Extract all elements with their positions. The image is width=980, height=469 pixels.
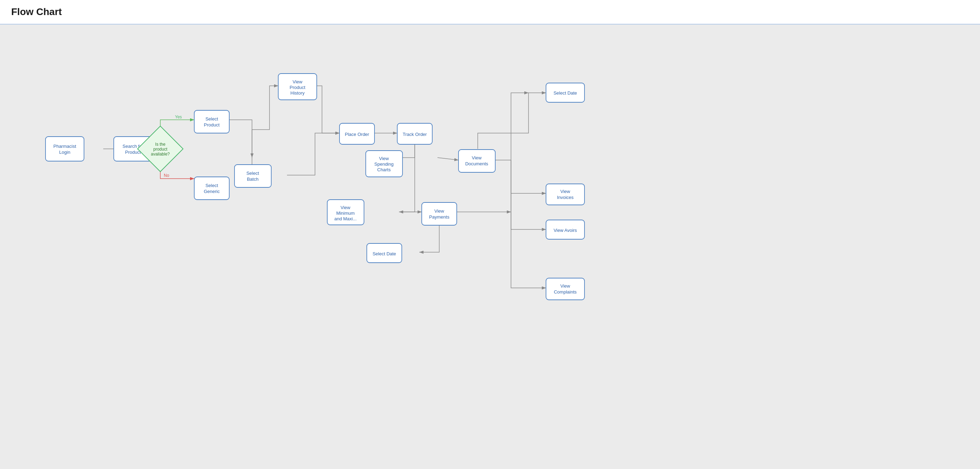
svg-text:View: View [472,155,482,160]
svg-text:Login: Login [59,150,70,155]
svg-text:Select: Select [205,116,218,121]
header: Flow Chart [0,0,980,24]
svg-line-8 [438,158,458,160]
svg-text:Place Order: Place Order [345,132,369,137]
svg-text:available?: available? [151,152,170,156]
svg-text:Minimum: Minimum [336,211,355,216]
svg-text:Spending: Spending [374,161,394,167]
svg-text:Track Order: Track Order [403,132,427,137]
svg-text:View: View [340,205,351,210]
svg-text:Charts: Charts [377,167,391,172]
page-title: Flow Chart [11,6,969,18]
svg-text:View Avoirs: View Avoirs [554,228,577,233]
svg-text:Documents: Documents [465,161,488,166]
flowchart-svg: Yes No [0,24,945,340]
svg-text:Select Date: Select Date [372,251,396,257]
svg-text:View: View [379,156,389,161]
canvas: Yes No [0,24,980,469]
node-select-generic[interactable] [194,177,229,199]
svg-text:Payments: Payments [429,214,449,220]
node-select-batch[interactable] [234,164,271,187]
node-select-product[interactable] [194,110,229,133]
svg-text:Batch: Batch [247,177,258,182]
node-view-invoices[interactable] [546,184,584,205]
node-view-payments[interactable] [422,203,457,225]
svg-text:Select Date: Select Date [554,90,577,96]
svg-text:View: View [560,189,571,194]
svg-text:Complaints: Complaints [554,289,577,295]
node-view-complaints[interactable] [546,278,584,300]
svg-text:View: View [434,208,444,214]
svg-text:Pharmacist: Pharmacist [53,144,76,149]
svg-text:Product: Product [125,150,141,155]
svg-text:View: View [293,79,303,85]
svg-text:Product: Product [204,122,220,128]
svg-text:Is the: Is the [155,142,165,147]
svg-text:History: History [291,90,305,96]
svg-text:Select: Select [205,183,218,188]
svg-text:Yes: Yes [175,115,182,120]
svg-text:Generic: Generic [204,189,220,194]
svg-text:Invoices: Invoices [557,195,574,200]
svg-text:Select: Select [247,171,259,176]
svg-text:and Maxi...: and Maxi... [334,216,356,221]
svg-text:Product: Product [290,85,305,90]
svg-text:product: product [153,147,168,152]
svg-text:No: No [164,173,169,178]
svg-text:View: View [560,283,571,289]
